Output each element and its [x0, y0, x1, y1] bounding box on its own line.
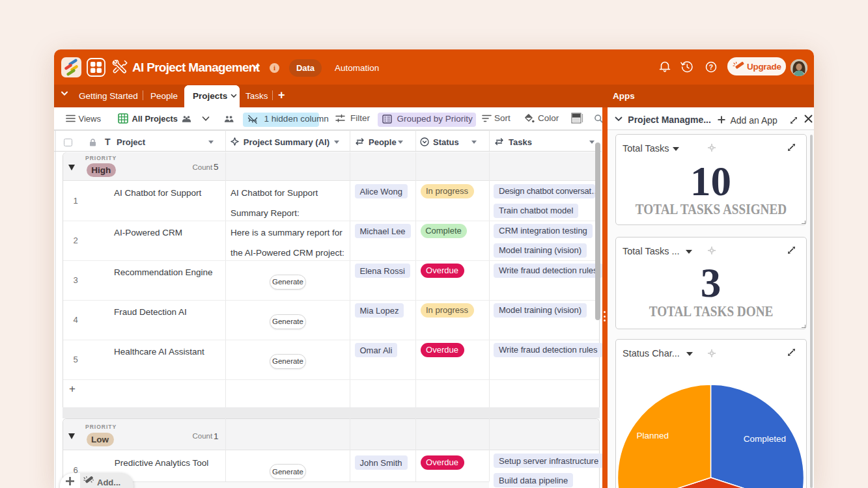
svg-text:Completed: Completed [743, 434, 785, 444]
svg-text:Planned: Planned [636, 431, 669, 441]
svg-text:?: ? [709, 63, 713, 71]
